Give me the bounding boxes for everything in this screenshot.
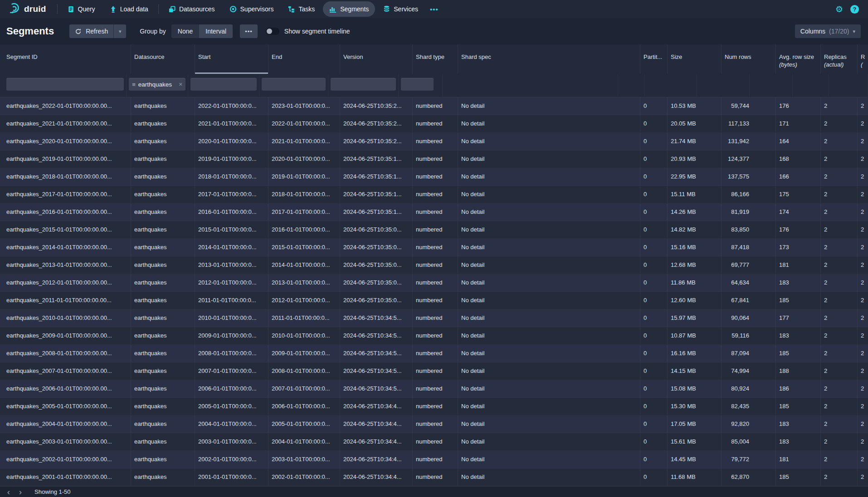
cell-segment-id[interactable]: earthquakes_2004-01-01T00:00:00.00... [0, 415, 131, 433]
cell-segment-id[interactable]: earthquakes_2005-01-01T00:00:00.00... [0, 398, 131, 415]
cell-segment-id[interactable]: earthquakes_2021-01-01T00:00:00.00... [0, 115, 131, 132]
column-header-partition[interactable]: Partit... [640, 44, 668, 74]
cell-segment-id[interactable]: earthquakes_2017-01-01T00:00:00.00... [0, 186, 131, 203]
column-header-version[interactable]: Version [340, 44, 413, 74]
cell-size[interactable]: 14.45 MB [668, 451, 722, 468]
cell-partition[interactable]: 0 [640, 239, 668, 256]
cell-shard-spec[interactable]: No detail [458, 150, 640, 168]
cell-partition[interactable]: 0 [640, 97, 668, 115]
cell-start[interactable]: 2009-01-01T00:00:0... [195, 327, 268, 344]
druid-logo[interactable]: druid [0, 2, 54, 16]
cell-shard-spec[interactable]: No detail [458, 239, 640, 256]
cell-version[interactable]: 2024-06-25T10:35:0... [340, 274, 413, 291]
cell-shard-type[interactable]: numbered [413, 97, 458, 115]
cell-version[interactable]: 2024-06-25T10:34:4... [340, 433, 413, 450]
cell-end[interactable]: 2016-01-01T00:00:0... [268, 221, 340, 238]
group-by-none-button[interactable]: None [171, 24, 199, 38]
cell-datasource[interactable]: earthquakes [131, 433, 195, 450]
cell-shard-spec[interactable]: No detail [458, 380, 640, 397]
segment-timeline-toggle[interactable] [266, 28, 279, 35]
cell-shard-type[interactable]: numbered [413, 150, 458, 168]
column-header-num-rows[interactable]: Num rows [722, 44, 776, 74]
next-page-button[interactable]: › [15, 487, 26, 497]
cell-segment-id[interactable]: earthquakes_2007-01-01T00:00:00.00... [0, 362, 131, 380]
cell-datasource[interactable]: earthquakes [131, 451, 195, 468]
cell-datasource[interactable]: earthquakes [131, 362, 195, 380]
cell-replicas[interactable]: 2 [821, 168, 858, 185]
column-header-shard-type[interactable]: Shard type [413, 44, 458, 74]
cell-extra[interactable]: 2 [858, 97, 868, 115]
cell-start[interactable]: 2008-01-01T00:00:0... [195, 345, 268, 362]
cell-num-rows[interactable]: 83,850 [722, 221, 776, 238]
cell-version[interactable]: 2024-06-25T10:34:5... [340, 327, 413, 344]
cell-version[interactable]: 2024-06-25T10:35:0... [340, 239, 413, 256]
cell-avg-row-size[interactable]: 174 [776, 203, 821, 221]
cell-version[interactable]: 2024-06-25T10:34:5... [340, 345, 413, 362]
cell-start[interactable]: 2015-01-01T00:00:0... [195, 221, 268, 238]
nav-item-tasks[interactable]: Tasks [282, 1, 321, 17]
cell-replicas[interactable]: 2 [821, 221, 858, 238]
cell-size[interactable]: 15.11 MB [668, 186, 722, 203]
cell-shard-spec[interactable]: No detail [458, 451, 640, 468]
cell-size[interactable]: 15.08 MB [668, 380, 722, 397]
column-header-segment-id[interactable]: Segment ID [0, 44, 131, 74]
cell-avg-row-size[interactable]: 183 [776, 433, 821, 450]
cell-avg-row-size[interactable]: 183 [776, 327, 821, 344]
cell-shard-type[interactable]: numbered [413, 451, 458, 468]
cell-num-rows[interactable]: 90,064 [722, 309, 776, 327]
cell-avg-row-size[interactable]: 176 [776, 97, 821, 115]
columns-button[interactable]: Columns (17/20) ▾ [795, 24, 861, 38]
segment-id-filter-input[interactable] [6, 78, 124, 91]
cell-datasource[interactable]: earthquakes [131, 292, 195, 309]
cell-extra[interactable]: 2 [858, 415, 868, 433]
cell-num-rows[interactable]: 131,942 [722, 133, 776, 150]
cell-avg-row-size[interactable]: 166 [776, 168, 821, 185]
nav-item-query[interactable]: Query [61, 1, 102, 17]
cell-end[interactable]: 2023-01-01T00:00:0... [268, 97, 340, 115]
cell-shard-spec[interactable]: No detail [458, 168, 640, 185]
cell-version[interactable]: 2024-06-25T10:34:4... [340, 398, 413, 415]
cell-datasource[interactable]: earthquakes [131, 345, 195, 362]
cell-datasource[interactable]: earthquakes [131, 327, 195, 344]
cell-shard-spec[interactable]: No detail [458, 221, 640, 238]
cell-end[interactable]: 2013-01-01T00:00:0... [268, 274, 340, 291]
cell-start[interactable]: 2021-01-01T00:00:0... [195, 115, 268, 132]
cell-shard-type[interactable]: numbered [413, 345, 458, 362]
cell-avg-row-size[interactable]: 188 [776, 362, 821, 380]
cell-partition[interactable]: 0 [640, 133, 668, 150]
cell-avg-row-size[interactable]: 173 [776, 239, 821, 256]
cell-end[interactable]: 2018-01-01T00:00:0... [268, 186, 340, 203]
cell-avg-row-size[interactable]: 185 [776, 292, 821, 309]
cell-start[interactable]: 2014-01-01T00:00:0... [195, 239, 268, 256]
cell-replicas[interactable]: 2 [821, 362, 858, 380]
cell-partition[interactable]: 0 [640, 221, 668, 238]
cell-num-rows[interactable]: 80,924 [722, 380, 776, 397]
cell-replicas[interactable]: 2 [821, 433, 858, 450]
cell-shard-spec[interactable]: No detail [458, 309, 640, 327]
cell-size[interactable]: 15.97 MB [668, 309, 722, 327]
cell-start[interactable]: 2022-01-01T00:00:0... [195, 97, 268, 115]
cell-shard-spec[interactable]: No detail [458, 133, 640, 150]
cell-shard-type[interactable]: numbered [413, 203, 458, 221]
cell-extra[interactable]: 2 [858, 398, 868, 415]
cell-shard-type[interactable]: numbered [413, 274, 458, 291]
cell-start[interactable]: 2018-01-01T00:00:0... [195, 168, 268, 185]
cell-datasource[interactable]: earthquakes [131, 468, 195, 486]
cell-datasource[interactable]: earthquakes [131, 133, 195, 150]
cell-extra[interactable]: 2 [858, 292, 868, 309]
cell-end[interactable]: 2021-01-01T00:00:0... [268, 133, 340, 150]
cell-replicas[interactable]: 2 [821, 398, 858, 415]
start-filter-input[interactable] [190, 78, 256, 91]
settings-gear-icon[interactable]: ⚙ [835, 5, 843, 14]
cell-avg-row-size[interactable]: 175 [776, 186, 821, 203]
cell-shard-spec[interactable]: No detail [458, 362, 640, 380]
cell-size[interactable]: 17.05 MB [668, 415, 722, 433]
cell-replicas[interactable]: 2 [821, 186, 858, 203]
cell-replicas[interactable]: 2 [821, 292, 858, 309]
datasource-filter-input[interactable]: ≡ earthquakes × [129, 78, 185, 91]
cell-num-rows[interactable]: 87,094 [722, 345, 776, 362]
cell-end[interactable]: 2009-01-01T00:00:0... [268, 345, 340, 362]
cell-start[interactable]: 2001-01-01T00:00:0... [195, 468, 268, 486]
cell-segment-id[interactable]: earthquakes_2013-01-01T00:00:00.00... [0, 256, 131, 274]
cell-avg-row-size[interactable]: 171 [776, 115, 821, 132]
